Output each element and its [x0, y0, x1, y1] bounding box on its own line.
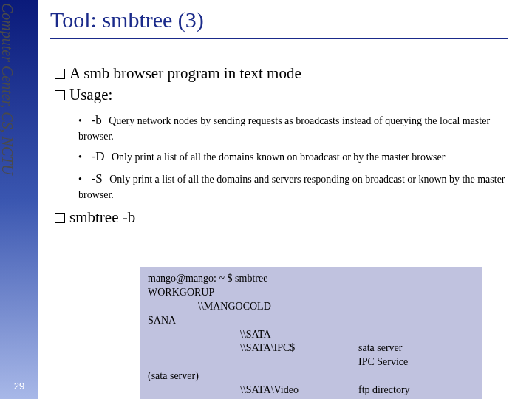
sidebar-org-label: Computer Center, CS, NCTU: [0, 3, 22, 247]
option-flag: -S: [92, 171, 103, 185]
term-line: \\MANGOCOLD: [148, 300, 474, 314]
terminal-output: mango@mango: ~ $ smbtree WORKGORUP \\MAN…: [140, 267, 482, 399]
term-cell: [148, 383, 240, 398]
slide-content: Tool: smbtree (3) A smb browser program …: [50, 7, 523, 230]
bullet-command: smbtree -b: [55, 208, 523, 227]
bullet-usage: Usage:: [55, 86, 523, 104]
term-cell: sata server: [358, 341, 474, 355]
option-flag: -b: [92, 113, 102, 127]
slide-title: Tool: smbtree (3): [50, 7, 523, 33]
option-desc: Only print a list of all the domains and…: [78, 174, 505, 200]
option-D: • -D Only print a list of all the domain…: [78, 148, 523, 166]
bullet-text: smbtree -b: [69, 208, 135, 226]
term-row: \\SATA: [148, 328, 474, 342]
term-row: \\SATA\Video ftp directory: [148, 383, 474, 398]
term-line: mango@mango: ~ $ smbtree: [148, 272, 474, 286]
bullet-dot-icon: •: [78, 150, 89, 165]
term-cell: \\SATA\Video: [240, 383, 358, 398]
bullet-intro: A smb browser program in text mode: [55, 64, 523, 83]
term-cell: IPC Service: [358, 355, 474, 369]
options-list: • -b Query network nodes by sending requ…: [78, 112, 523, 202]
bullet-dot-icon: •: [78, 172, 89, 187]
term-row: \\SATA\IPC$ sata server: [148, 341, 474, 355]
term-cell: \\SATA\IPC$: [240, 341, 358, 355]
term-cell: [358, 328, 474, 342]
term-row: IPC Service: [148, 355, 474, 369]
term-cell: [240, 355, 358, 369]
square-bullet-icon: [55, 213, 65, 223]
term-cell: [148, 328, 240, 342]
option-S: • -S Only print a list of all the domain…: [78, 170, 523, 202]
bullet-dot-icon: •: [78, 114, 89, 129]
option-desc: Only print a list of all the domains kno…: [112, 151, 445, 163]
term-cell: ftp directory: [358, 383, 474, 398]
option-b: • -b Query network nodes by sending requ…: [78, 112, 523, 143]
term-line: WORKGORUP: [148, 286, 474, 300]
square-bullet-icon: [55, 69, 65, 79]
term-line: SANA: [148, 314, 474, 328]
title-divider: [50, 38, 508, 39]
term-cell: [148, 341, 240, 355]
term-cell: \\SATA: [240, 328, 358, 342]
term-cell: [148, 355, 240, 369]
page-number: 29: [0, 381, 38, 392]
bullet-text: Usage:: [69, 86, 112, 103]
term-line: (sata server): [148, 369, 474, 383]
option-flag: -D: [92, 149, 105, 163]
bullet-text: A smb browser program in text mode: [69, 64, 301, 82]
square-bullet-icon: [55, 90, 65, 100]
option-desc: Query network nodes by sending requests …: [78, 115, 490, 142]
